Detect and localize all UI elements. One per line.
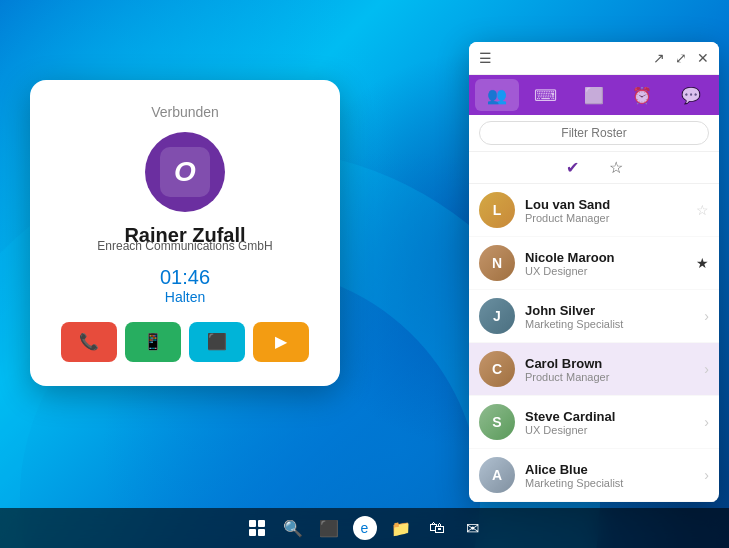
contact-role-john: Marketing Specialist: [525, 318, 694, 330]
call-timer: 01:46 Halten: [160, 265, 210, 306]
contact-info-lou: Lou van Sand Product Manager: [525, 197, 686, 224]
taskbar: 🔍 ⬛ e 📁 🛍 ✉: [0, 508, 729, 548]
avatar-alice: A: [479, 457, 515, 493]
call-widget: Verbunden O Rainer Zufall Enreach Commun…: [30, 80, 340, 386]
contact-info-alice: Alice Blue Marketing Specialist: [525, 462, 694, 489]
avatar-carol: C: [479, 351, 515, 387]
tab-dialpad[interactable]: ⌨: [523, 79, 567, 111]
chevron-steve[interactable]: ›: [704, 414, 709, 430]
chevron-alice[interactable]: ›: [704, 467, 709, 483]
avatar-steve: S: [479, 404, 515, 440]
tab-contacts[interactable]: 👥: [475, 79, 519, 111]
play-icon: ▶: [275, 332, 287, 351]
search-taskbar-button[interactable]: 🔍: [277, 512, 309, 544]
contact-role-alice: Marketing Specialist: [525, 477, 694, 489]
contact-list: L Lou van Sand Product Manager ☆ N Nicol…: [469, 184, 719, 502]
chevron-carol[interactable]: ›: [704, 361, 709, 377]
contact-item-alice[interactable]: A Alice Blue Marketing Specialist ›: [469, 449, 719, 502]
start-button[interactable]: [241, 512, 273, 544]
tab-clock[interactable]: ⏰: [620, 79, 664, 111]
export-icon[interactable]: ↗: [653, 50, 665, 66]
search-taskbar-icon: 🔍: [283, 519, 303, 538]
end-call-icon: 📞: [79, 332, 99, 351]
contact-info-carol: Carol Brown Product Manager: [525, 356, 694, 383]
star-lou[interactable]: ☆: [696, 202, 709, 218]
task-view-button[interactable]: ⬛: [313, 512, 345, 544]
call-actions: 📞 📱 ⬛ ▶: [61, 322, 309, 362]
star-nicole-filled[interactable]: ★: [696, 255, 709, 271]
contact-role-steve: UX Designer: [525, 424, 694, 436]
mail-button[interactable]: ✉: [457, 512, 489, 544]
clock-icon: ⏰: [632, 86, 652, 105]
contact-info-john: John Silver Marketing Specialist: [525, 303, 694, 330]
edge-icon: e: [353, 516, 377, 540]
filter-input[interactable]: [479, 121, 709, 145]
avatar-nicole: N: [479, 245, 515, 281]
filter-starred-tab[interactable]: ☆: [609, 158, 623, 177]
menu-icon[interactable]: ☰: [479, 50, 492, 66]
hold-button[interactable]: ⬛: [189, 322, 245, 362]
avatar-lou: L: [479, 192, 515, 228]
call-status: Verbunden: [151, 104, 219, 120]
transfer-call-button[interactable]: 📱: [125, 322, 181, 362]
task-view-icon: ⬛: [319, 519, 339, 538]
contact-role-nicole: UX Designer: [525, 265, 686, 277]
roster-panel: ☰ ↗ ⤢ ✕ 👥 ⌨ ⬜ ⏰ 💬 ✔ ☆: [469, 42, 719, 502]
contact-item-john[interactable]: J John Silver Marketing Specialist ›: [469, 290, 719, 343]
avatar-john: J: [479, 298, 515, 334]
hold-icon: ⬛: [207, 332, 227, 351]
contact-role-carol: Product Manager: [525, 371, 694, 383]
contact-item-steve[interactable]: S Steve Cardinal UX Designer ›: [469, 396, 719, 449]
timer-label: Halten: [160, 289, 210, 306]
caller-avatar: O: [145, 132, 225, 212]
filter-bar: [469, 115, 719, 152]
edge-button[interactable]: e: [349, 512, 381, 544]
contact-name-carol: Carol Brown: [525, 356, 694, 371]
close-icon[interactable]: ✕: [697, 50, 709, 66]
chevron-john[interactable]: ›: [704, 308, 709, 324]
files-icon: 📁: [391, 519, 411, 538]
header-actions: ↗ ⤢ ✕: [653, 50, 709, 66]
contact-item-lou[interactable]: L Lou van Sand Product Manager ☆: [469, 184, 719, 237]
play-button[interactable]: ▶: [253, 322, 309, 362]
contact-name-nicole: Nicole Maroon: [525, 250, 686, 265]
store-icon: 🛍: [429, 519, 445, 537]
chat-icon: 💬: [681, 86, 701, 105]
filter-tabs: ✔ ☆: [469, 152, 719, 184]
store-button[interactable]: 🛍: [421, 512, 453, 544]
contact-role-lou: Product Manager: [525, 212, 686, 224]
contact-name-john: John Silver: [525, 303, 694, 318]
caller-company: Enreach Communications GmbH: [97, 239, 272, 253]
contact-item-nicole[interactable]: N Nicole Maroon UX Designer ★: [469, 237, 719, 290]
contact-item-carol[interactable]: C Carol Brown Product Manager ›: [469, 343, 719, 396]
contact-info-nicole: Nicole Maroon UX Designer: [525, 250, 686, 277]
phone-icon: 📱: [143, 332, 163, 351]
expand-icon[interactable]: ⤢: [675, 50, 687, 66]
end-call-button[interactable]: 📞: [61, 322, 117, 362]
transfer-icon: ⬜: [584, 86, 604, 105]
outlook-icon: O: [160, 147, 210, 197]
filter-active-tab[interactable]: ✔: [566, 158, 579, 177]
contact-name-alice: Alice Blue: [525, 462, 694, 477]
mail-icon: ✉: [466, 519, 479, 538]
windows-logo: [249, 520, 265, 536]
contacts-icon: 👥: [487, 86, 507, 105]
files-button[interactable]: 📁: [385, 512, 417, 544]
contact-name-steve: Steve Cardinal: [525, 409, 694, 424]
roster-nav-tabs: 👥 ⌨ ⬜ ⏰ 💬: [469, 75, 719, 115]
roster-header: ☰ ↗ ⤢ ✕: [469, 42, 719, 75]
contact-name-lou: Lou van Sand: [525, 197, 686, 212]
contact-info-steve: Steve Cardinal UX Designer: [525, 409, 694, 436]
tab-chat[interactable]: 💬: [669, 79, 713, 111]
dialpad-icon: ⌨: [534, 86, 557, 105]
timer-time: 01:46: [160, 265, 210, 289]
tab-transfer[interactable]: ⬜: [572, 79, 616, 111]
